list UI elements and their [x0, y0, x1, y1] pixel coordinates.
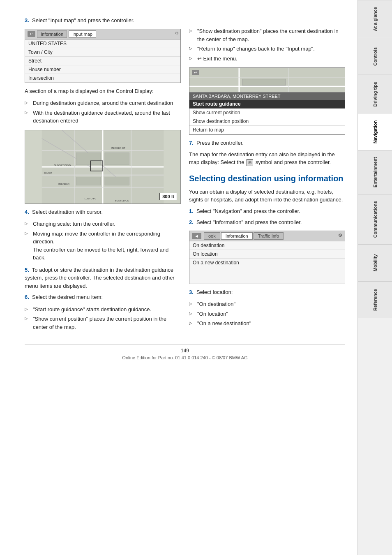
svg-rect-13	[105, 177, 129, 185]
ui-box-header: ↩ Information Input map	[25, 29, 180, 39]
ui-item-street[interactable]: Street	[25, 57, 180, 65]
menu-return-to-map[interactable]: Return to map	[189, 126, 345, 134]
tab-input-map[interactable]: Input map	[69, 30, 96, 38]
menu-box-title: SANTA BARBARA, MONTERREY STREET	[189, 92, 345, 100]
menu-show-destination[interactable]: Show destination position	[189, 117, 345, 126]
sidebar-tab-mobility[interactable]: Mobility	[358, 244, 392, 281]
right-bullets-list: "Show destination position" places the c…	[189, 26, 345, 63]
right-bullet-3: ↩ Exit the menu.	[189, 54, 345, 64]
bullet-1-1: During destination guidance, around the …	[25, 98, 181, 108]
sidebar-tab-label-3: Navigation	[373, 120, 378, 143]
svg-text:MERCER CT: MERCER CT	[111, 146, 126, 149]
step1r-description: Select "Navigation" and press the contro…	[196, 208, 300, 214]
tab-item-on-location[interactable]: On location	[189, 250, 345, 259]
tab-traffic-info[interactable]: Traffic Info	[254, 232, 284, 240]
ui-item-intersection[interactable]: Intersection	[25, 74, 180, 83]
tab-ui-header: ◄ ook Information Traffic Info ⚙	[189, 231, 345, 241]
bullet-step3r-2: "On location"	[189, 309, 345, 319]
bullet-1-2: With the destination guidance deactivate…	[25, 108, 181, 126]
sidebar-tab-label-7: Reference	[373, 289, 378, 311]
tab-empty-area	[189, 267, 345, 284]
step6-number: 6.	[25, 294, 29, 300]
svg-rect-27	[242, 79, 286, 85]
menu-show-current[interactable]: Show current position	[189, 109, 345, 117]
sidebar-tab-reference[interactable]: Reference	[358, 281, 392, 318]
sidebar-tab-navigation[interactable]: Navigation	[358, 113, 392, 150]
symbol-icon: ⊞	[247, 159, 253, 166]
sidebar-tab-label-4: Entertainment	[373, 157, 378, 187]
step3r-number: 3.	[189, 289, 194, 295]
step2r-description: Select "Information" and press the contr…	[196, 219, 302, 225]
step5-number: 5.	[25, 267, 29, 273]
svg-text:LLOYD PL: LLOYD PL	[85, 197, 97, 200]
menu-start-route[interactable]: Start route guidance	[189, 100, 345, 109]
bullet-2-2: Moving map: move the controller in the c…	[25, 229, 181, 263]
step1r-number: 1.	[189, 208, 194, 214]
bullet-3-1: "Start route guidance" starts destinatio…	[25, 305, 181, 314]
section-intro: You can obtain a display of selected des…	[189, 188, 345, 204]
tab-information-btn[interactable]: Information	[221, 232, 253, 240]
bullet-2-1: Changing scale: turn the controller.	[25, 219, 181, 229]
right-bullet-1: "Show destination position" places the c…	[189, 26, 345, 44]
bullets-step3r-list: "On destination" "On location" "On a new…	[189, 299, 345, 328]
svg-text:MERCER CH: MERCER CH	[58, 183, 70, 185]
page-number: 149	[25, 348, 345, 354]
tab-item-on-new-destination[interactable]: On a new destination	[189, 259, 345, 267]
step4-description: Select destination with cursor.	[32, 209, 103, 215]
step3r-description: Select location:	[196, 289, 233, 295]
sidebar-tab-label-0: At a glance	[373, 7, 378, 31]
menu-map-preview: ↩	[189, 68, 345, 92]
step3-description: Select "Input map" and press the control…	[32, 17, 134, 23]
step2r-text: 2. Select "Information" and press the co…	[189, 218, 345, 227]
sidebar-tab-label-5: Communications	[373, 201, 378, 238]
step6-description: Select the desired menu item:	[32, 294, 103, 300]
sidebar-tab-label-6: Mobility	[373, 254, 378, 272]
step4-number: 4.	[25, 209, 29, 215]
ui-item-town-city[interactable]: Town / City	[25, 48, 180, 57]
settings-icon-2: ⚙	[338, 233, 342, 238]
svg-rect-12	[76, 177, 101, 185]
step7-number: 7.	[189, 140, 194, 146]
step7-description-block: The map for the destination entry can al…	[189, 150, 345, 166]
step1r-text: 1. Select "Navigation" and press the con…	[189, 207, 345, 215]
bullet-step3r-1: "On destination"	[189, 299, 345, 309]
exit-menu-text: ↩ Exit the menu.	[197, 56, 238, 62]
step3-number: 3.	[25, 17, 29, 23]
step5-description: To adopt or store the destination in the…	[25, 267, 175, 289]
right-bullet-2: "Return to map" changes back to the "Inp…	[189, 44, 345, 54]
tab-back-button[interactable]: ◄	[192, 233, 201, 239]
sidebar-tab-at-a-glance[interactable]: At a glance	[358, 0, 392, 38]
bullets-3-list: "Start route guidance" starts destinatio…	[25, 305, 181, 332]
back-button[interactable]: ↩	[28, 31, 35, 37]
svg-text:SUNSET: SUNSET	[44, 172, 52, 174]
page-footer: 149 Online Edition for Part no. 01 41 0 …	[25, 344, 345, 360]
ui-item-house-number[interactable]: House number	[25, 65, 180, 74]
input-map-ui-box: ⚙ ↩ Information Input map UNITED STATES …	[25, 29, 181, 83]
svg-text:SUNSET BLVD: SUNSET BLVD	[54, 164, 71, 166]
ui-item-united-states[interactable]: UNITED STATES	[25, 39, 180, 48]
step7-description: Press the controller.	[196, 140, 244, 146]
svg-rect-10	[76, 153, 101, 165]
sidebar-tab-driving-tips[interactable]: Driving tips	[358, 75, 392, 113]
sidebar-tab-entertainment[interactable]: Entertainment	[358, 150, 392, 194]
santa-barbara-menu-box: ↩ SANTA BARBARA, MONTERREY STREET Start …	[189, 67, 345, 135]
svg-text:BUSTED CO: BUSTED CO	[115, 199, 129, 202]
step3r-text: 3. Select location:	[189, 288, 345, 296]
section-heading: Selecting destination using information	[189, 173, 345, 184]
tab-item-on-destination[interactable]: On destination	[189, 241, 345, 250]
tab-information[interactable]: Information	[37, 30, 67, 38]
sidebar-tab-controls[interactable]: Controls	[358, 38, 392, 75]
step7-text: 7. Press the controller.	[189, 139, 345, 147]
svg-rect-11	[105, 153, 129, 165]
step4-text: 4. Select destination with cursor.	[25, 208, 181, 216]
bullet-step3r-3: "On a new destination"	[189, 319, 345, 328]
bullets-2-list: Changing scale: turn the controller. Mov…	[25, 219, 181, 263]
map-scale: 800 ft	[159, 193, 177, 200]
tab-book[interactable]: ook	[204, 232, 220, 240]
step3-text: 3. Select "Input map" and press the cont…	[25, 16, 181, 25]
bullets-1-list: During destination guidance, around the …	[25, 98, 181, 126]
sidebar-tab-communications[interactable]: Communications	[358, 194, 392, 244]
copyright-text: Online Edition for Part no. 01 41 0 014 …	[25, 355, 345, 360]
sidebar-tab-label-1: Controls	[373, 47, 378, 66]
step6-text: 6. Select the desired menu item:	[25, 293, 181, 301]
